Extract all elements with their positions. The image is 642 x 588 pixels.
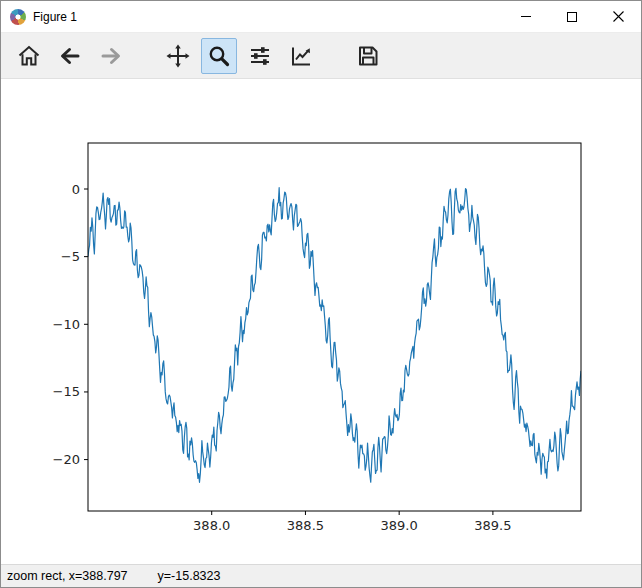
pan-button[interactable]: [160, 38, 196, 74]
configure-subplots-button[interactable]: [242, 38, 278, 74]
home-button[interactable]: [11, 38, 47, 74]
axes-background: [88, 143, 581, 511]
y-tick-label: −20: [53, 452, 80, 467]
save-button[interactable]: [350, 38, 386, 74]
magnifier-icon: [207, 44, 231, 68]
floppy-disk-icon: [356, 44, 380, 68]
status-message: zoom rect, x=388.797: [7, 569, 128, 583]
figure-window: Figure 1: [0, 0, 642, 588]
toolbar-spacer: [324, 38, 350, 74]
window-controls: [503, 1, 641, 32]
y-tick-label: −10: [53, 317, 80, 332]
toolbar: [1, 32, 641, 79]
back-arrow-icon: [58, 44, 82, 68]
forward-button[interactable]: [93, 38, 129, 74]
plot-canvas[interactable]: 388.0388.5389.0389.50−5−10−15−20: [1, 79, 641, 564]
edit-parameters-button[interactable]: [283, 38, 319, 74]
figure-svg[interactable]: 388.0388.5389.0389.50−5−10−15−20: [1, 79, 641, 564]
minimize-icon: [521, 16, 531, 17]
x-tick-label: 388.5: [287, 518, 324, 533]
x-tick-label: 388.0: [193, 518, 230, 533]
statusbar: zoom rect, x=388.797 y=-15.8323: [1, 564, 641, 587]
close-icon: [613, 11, 624, 22]
home-icon: [17, 44, 41, 68]
y-tick-label: −5: [61, 249, 80, 264]
minimize-button[interactable]: [503, 1, 549, 32]
pan-arrows-icon: [166, 44, 190, 68]
titlebar[interactable]: Figure 1: [1, 1, 641, 32]
x-tick-label: 389.5: [474, 518, 511, 533]
zoom-button[interactable]: [201, 38, 237, 74]
x-tick-label: 389.0: [381, 518, 418, 533]
y-tick-label: 0: [72, 182, 80, 197]
forward-arrow-icon: [99, 44, 123, 68]
matplotlib-logo-icon: [10, 9, 26, 25]
status-y-coordinate: y=-15.8323: [158, 569, 221, 583]
window-title: Figure 1: [33, 10, 77, 24]
y-tick-label: −15: [53, 384, 80, 399]
chart-line-icon: [289, 44, 313, 68]
toolbar-spacer: [134, 38, 160, 74]
sliders-icon: [248, 44, 272, 68]
maximize-button[interactable]: [549, 1, 595, 32]
maximize-icon: [567, 12, 577, 22]
back-button[interactable]: [52, 38, 88, 74]
close-button[interactable]: [595, 1, 641, 32]
